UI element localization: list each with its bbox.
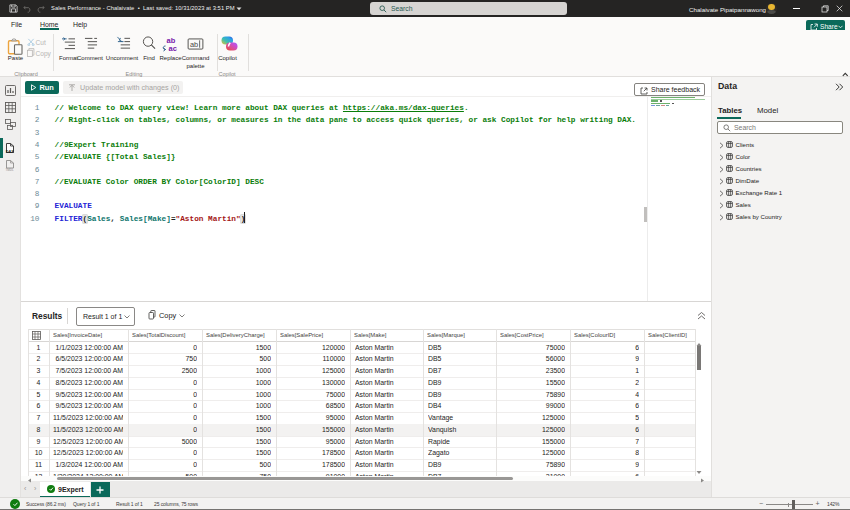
svg-text:ac: ac	[169, 44, 177, 53]
svg-text:TMDL: TMDL	[6, 168, 14, 171]
svg-text:DAX: DAX	[6, 149, 14, 152]
svg-text:ab: ab	[190, 39, 198, 48]
